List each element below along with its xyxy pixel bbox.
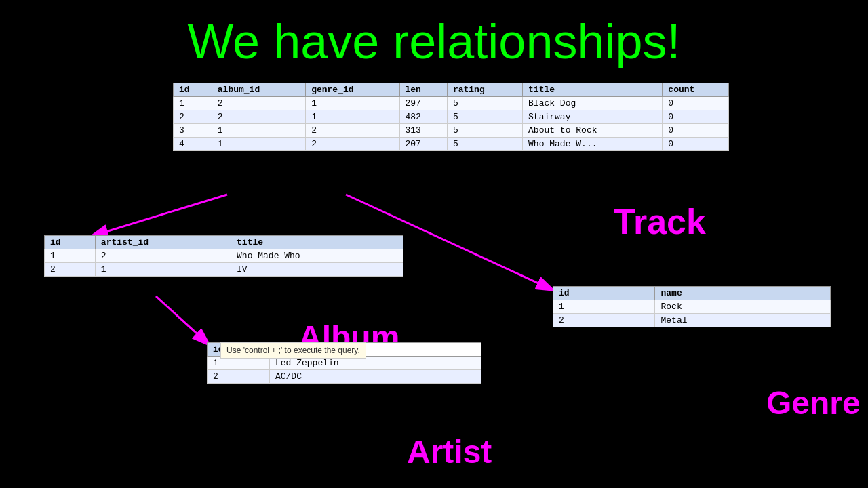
track-label: Track: [614, 201, 706, 242]
table-row: 1Rock: [553, 300, 831, 314]
track-col-len: len: [399, 83, 447, 97]
track-col-genre-id: genre_id: [306, 83, 399, 97]
table-row: 3123135About to Rock0: [174, 124, 729, 138]
table-row: 21IV: [45, 263, 403, 277]
table-row: 12Who Made Who: [45, 249, 403, 263]
diagram-area: id album_id genre_id len rating title co…: [0, 76, 868, 469]
genre-label: Genre: [766, 384, 861, 422]
table-row: 4122075Who Made W...0: [174, 138, 729, 151]
svg-line-1: [88, 195, 227, 237]
page-title: We have relationships!: [0, 0, 868, 76]
album-table: id artist_id title 12Who Made Who 21IV: [44, 235, 403, 277]
table-row: 2AC/DC: [208, 370, 481, 384]
track-col-album-id: album_id: [212, 83, 305, 97]
artist-label: Artist: [407, 433, 492, 470]
album-col-artist-id: artist_id: [95, 236, 231, 249]
track-col-rating: rating: [447, 83, 522, 97]
album-col-title: title: [231, 236, 403, 249]
genre-table: id name 1Rock 2Metal: [553, 286, 831, 327]
genre-col-name: name: [655, 287, 831, 300]
track-table: id album_id genre_id len rating title co…: [173, 83, 729, 151]
query-tooltip: Use 'control + ;' to execute the query.: [220, 342, 366, 359]
table-row: 1212975Black Dog0: [174, 97, 729, 110]
album-col-id: id: [45, 236, 96, 249]
table-row: 2Metal: [553, 314, 831, 327]
track-col-id: id: [174, 83, 212, 97]
svg-line-3: [156, 296, 212, 347]
track-col-title: title: [523, 83, 663, 97]
table-row: 2214825Stairway0: [174, 110, 729, 124]
genre-col-id: id: [553, 287, 655, 300]
track-col-count: count: [663, 83, 729, 97]
